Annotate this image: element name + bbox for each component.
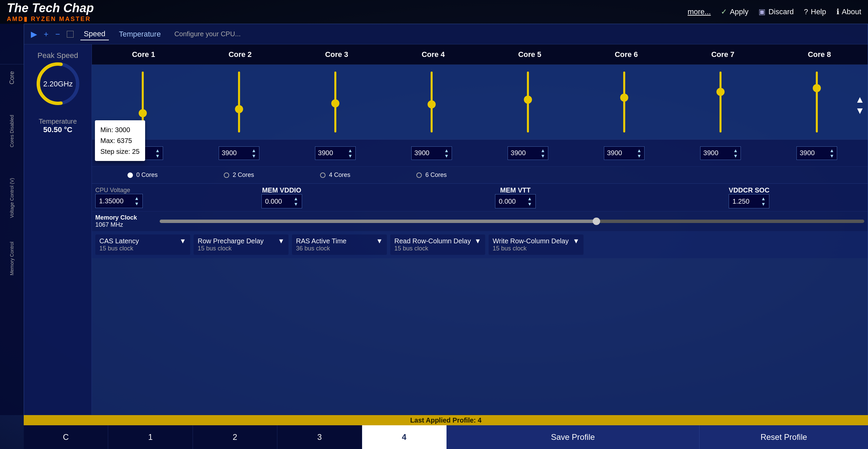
nav-back-button[interactable]: ▶ — [31, 29, 37, 39]
cores-disabled-radio-3[interactable] — [416, 172, 422, 178]
tooltip-max: Max: 6375 — [100, 135, 140, 146]
speed-input-7[interactable]: 3900▲▼ — [796, 146, 837, 160]
slider-thumb-4[interactable] — [524, 96, 532, 104]
speed-up-6[interactable]: ▲ — [733, 148, 738, 153]
speed-spinner-0[interactable]: ▲▼ — [155, 148, 160, 158]
memory-clock-slider-thumb[interactable] — [593, 218, 600, 225]
profile-tab-1[interactable]: 1 — [108, 425, 193, 449]
slider-thumb-3[interactable] — [428, 100, 436, 108]
speed-spinner-1[interactable]: ▲▼ — [252, 148, 256, 158]
slider-track-6[interactable] — [719, 72, 722, 132]
memory-control-chevron-2[interactable]: ▼ — [376, 237, 383, 245]
memory-control-label-2: RAS Active Time▼ — [296, 237, 383, 245]
speed-up-5[interactable]: ▲ — [637, 148, 642, 153]
save-profile-button[interactable]: Save Profile — [447, 425, 699, 449]
speed-input-6[interactable]: 3900▲▼ — [700, 146, 741, 160]
speed-down-2[interactable]: ▼ — [348, 154, 353, 158]
memory-control-chevron-3[interactable]: ▼ — [474, 237, 481, 245]
speed-down-1[interactable]: ▼ — [252, 154, 256, 158]
speed-down-3[interactable]: ▼ — [444, 154, 449, 158]
slider-track-2[interactable] — [334, 72, 336, 132]
memory-control-chevron-4[interactable]: ▼ — [573, 237, 579, 245]
vddcr-soc-input[interactable]: 1.250 ▲ ▼ — [729, 194, 769, 208]
speed-up-0[interactable]: ▲ — [155, 148, 160, 153]
apply-button[interactable]: ✓ Apply — [721, 7, 748, 16]
slider-track-5[interactable] — [623, 72, 625, 132]
profile-tab-C[interactable]: C — [24, 425, 108, 449]
slider-track-7[interactable] — [816, 72, 818, 132]
speed-up-3[interactable]: ▲ — [444, 148, 449, 153]
speed-spinner-6[interactable]: ▲▼ — [733, 148, 738, 158]
scroll-down-icon[interactable]: ▼ — [855, 106, 865, 116]
content-area: Peak Speed 2.20GHz Temperature 50.50 °C — [24, 44, 868, 415]
speed-down-6[interactable]: ▼ — [733, 154, 738, 158]
speed-spinner-3[interactable]: ▲▼ — [444, 148, 449, 158]
add-button[interactable]: + — [44, 29, 48, 39]
voltage-up-icon[interactable]: ▲ — [134, 196, 139, 201]
memory-control-4: Write Row-Column Delay▼15 bus clock — [489, 234, 584, 255]
mem-vddio-down-icon[interactable]: ▼ — [294, 201, 298, 207]
speed-up-4[interactable]: ▲ — [540, 148, 545, 153]
memory-clock-slider-track[interactable] — [160, 220, 864, 223]
speed-spinner-5[interactable]: ▲▼ — [637, 148, 642, 158]
help-button[interactable]: ? Help — [804, 7, 826, 16]
cores-disabled-radio-1[interactable] — [224, 172, 229, 178]
speed-input-2[interactable]: 3900▲▼ — [315, 146, 356, 160]
speed-input-5[interactable]: 3900▲▼ — [604, 146, 645, 160]
speed-down-0[interactable]: ▼ — [155, 154, 160, 158]
slider-thumb-1[interactable] — [235, 105, 243, 113]
speed-input-3[interactable]: 3900▲▼ — [411, 146, 452, 160]
vddcr-soc-spinner[interactable]: ▲ ▼ — [761, 196, 766, 207]
tab-temperature[interactable]: Temperature — [116, 28, 164, 40]
reset-profile-button[interactable]: Reset Profile — [699, 425, 868, 449]
slider-thumb-2[interactable] — [331, 99, 339, 107]
vddcr-soc-up-icon[interactable]: ▲ — [761, 196, 766, 201]
voltage-down-icon[interactable]: ▼ — [134, 201, 139, 206]
mem-vddio-up-icon[interactable]: ▲ — [294, 196, 298, 201]
discard-button[interactable]: ▣ Discard — [758, 7, 794, 16]
cores-disabled-radio-0[interactable] — [127, 172, 133, 178]
speed-down-5[interactable]: ▼ — [637, 154, 642, 158]
speed-spinner-2[interactable]: ▲▼ — [348, 148, 353, 158]
slider-track-1[interactable] — [238, 72, 240, 132]
speed-up-1[interactable]: ▲ — [252, 148, 256, 153]
speed-down-7[interactable]: ▼ — [830, 154, 834, 158]
cores-disabled-radio-2[interactable] — [320, 172, 326, 178]
speed-spinner-4[interactable]: ▲▼ — [540, 148, 545, 158]
voltage-input-box[interactable]: 1.35000 ▲ ▼ — [95, 194, 143, 208]
core-header-core-3: Core 3 — [289, 50, 385, 59]
tab-speed[interactable]: Speed — [80, 28, 109, 40]
slider-track-4[interactable] — [527, 72, 529, 132]
memory-control-chevron-1[interactable]: ▼ — [278, 237, 284, 245]
mem-vtt-spinner[interactable]: ▲ ▼ — [527, 196, 532, 207]
speed-input-1[interactable]: 3900▲▼ — [219, 146, 259, 160]
mem-vddio-input[interactable]: 0.000 ▲ ▼ — [261, 194, 302, 208]
voltage-spinner[interactable]: ▲ ▼ — [134, 196, 139, 206]
more-button[interactable]: more... — [688, 7, 711, 16]
vddcr-soc-down-icon[interactable]: ▼ — [761, 201, 766, 207]
scroll-up-icon[interactable]: ▲ — [855, 95, 865, 104]
mem-vtt-input[interactable]: 0.000 ▲ ▼ — [495, 194, 536, 208]
speed-up-2[interactable]: ▲ — [348, 148, 353, 153]
speed-down-4[interactable]: ▼ — [540, 154, 545, 158]
speed-input-4[interactable]: 3900▲▼ — [508, 146, 548, 160]
slider-thumb-7[interactable] — [813, 84, 821, 92]
slider-thumb-5[interactable] — [620, 94, 628, 102]
profile-tab-2[interactable]: 2 — [193, 425, 277, 449]
about-button[interactable]: ℹ About — [836, 7, 862, 16]
speed-up-7[interactable]: ▲ — [830, 148, 834, 153]
remove-button[interactable]: − — [55, 29, 60, 39]
slider-track-3[interactable] — [431, 72, 433, 132]
mem-vtt-up-icon[interactable]: ▲ — [527, 196, 532, 201]
slider-thumb-0[interactable] — [139, 109, 147, 117]
slider-thumb-6[interactable] — [716, 88, 725, 96]
bottom-bar: Last Applied Profile: 4 C1234Save Profil… — [24, 415, 868, 449]
profile-tab-3[interactable]: 3 — [277, 425, 362, 449]
memory-control-chevron-0[interactable]: ▼ — [179, 237, 186, 245]
profile-tab-4[interactable]: 4 — [362, 425, 447, 449]
mem-vtt-down-icon[interactable]: ▼ — [527, 201, 532, 207]
toolbar-checkbox[interactable] — [67, 31, 74, 38]
speed-spinner-7[interactable]: ▲▼ — [830, 148, 834, 158]
cores-disabled-label-3: 6 Cores — [425, 171, 447, 179]
mem-vddio-spinner[interactable]: ▲ ▼ — [294, 196, 298, 207]
